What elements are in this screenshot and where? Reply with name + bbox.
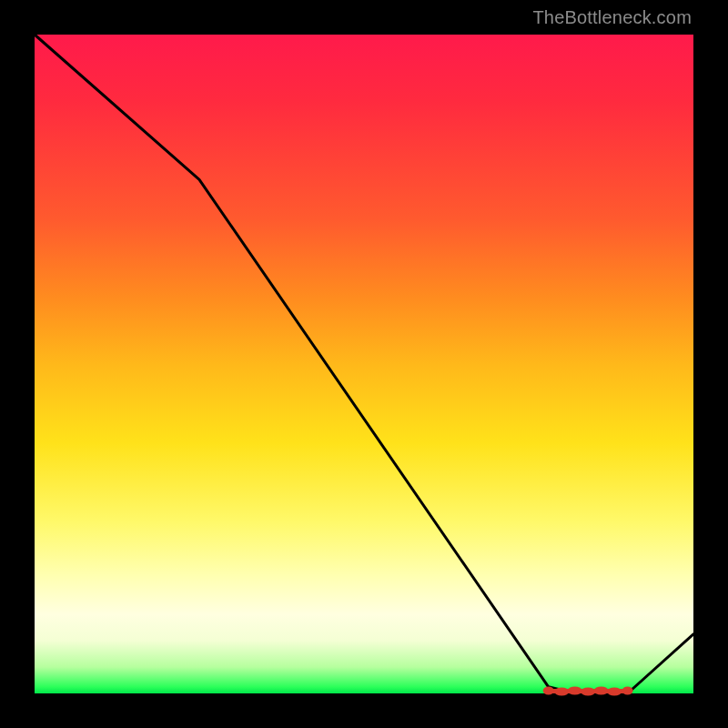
min-marker-dot	[568, 687, 582, 695]
plot-area	[35, 35, 693, 693]
min-marker-dot	[543, 687, 554, 695]
min-marker-dot	[622, 687, 633, 695]
attribution-label: TheBottleneck.com	[532, 7, 692, 28]
min-marker-dot	[594, 687, 609, 695]
chart-svg	[35, 35, 693, 693]
min-marker-dot	[554, 688, 569, 696]
min-marker-dot	[581, 688, 595, 696]
min-marker-dot	[607, 688, 622, 696]
chart-frame: TheBottleneck.com	[0, 0, 728, 728]
bottleneck-curve	[35, 35, 693, 693]
